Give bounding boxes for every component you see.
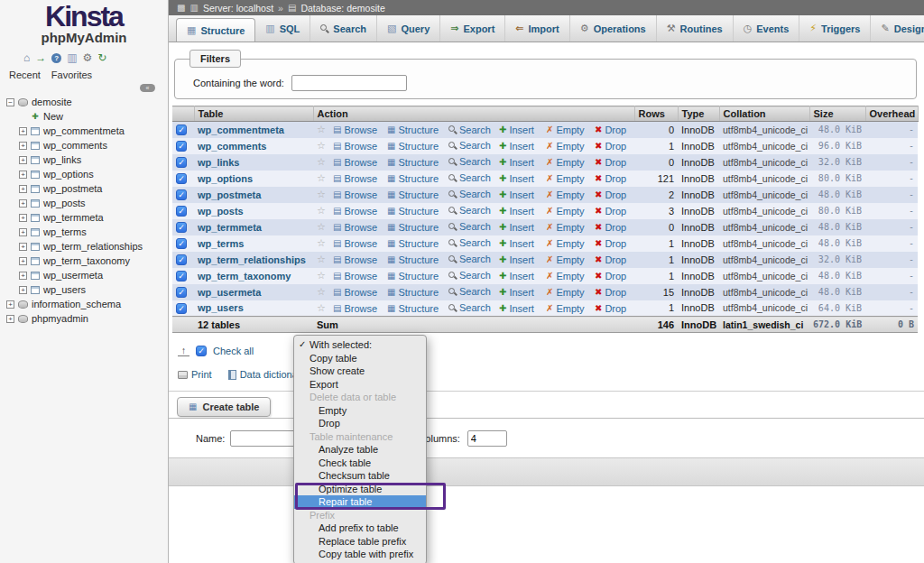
table-name-link[interactable]: wp_users <box>198 302 244 313</box>
row-checkbox[interactable]: ✓ <box>176 303 187 314</box>
col-header-type[interactable]: Type <box>678 106 719 122</box>
expand-icon[interactable]: + <box>19 243 27 251</box>
tree-item-wp-term-relationships[interactable]: +wp_term_relationships <box>0 239 168 254</box>
row-checkbox[interactable]: ✓ <box>176 254 187 265</box>
action-empty-link[interactable]: ✗Empty <box>546 222 585 233</box>
table-name-link[interactable]: wp_usermeta <box>198 287 261 298</box>
panel-collapse-control[interactable]: « <box>140 84 155 92</box>
breadcrumb-server[interactable]: Server: localhost <box>203 3 273 14</box>
columns-count-input[interactable] <box>467 430 507 447</box>
book-icon[interactable]: ▥ <box>67 52 77 63</box>
action-search-link[interactable]: Search <box>448 286 491 297</box>
action-drop-link[interactable]: ✖Drop <box>595 206 626 217</box>
row-checkbox[interactable]: ✓ <box>176 287 187 298</box>
table-name-link[interactable]: wp_options <box>198 173 253 184</box>
action-drop-link[interactable]: ✖Drop <box>595 222 626 233</box>
action-drop-link[interactable]: ✖Drop <box>595 125 626 135</box>
action-drop-link[interactable]: ✖Drop <box>595 254 626 265</box>
tab-designer[interactable]: ✎Designer <box>871 15 924 42</box>
expand-icon[interactable]: + <box>19 142 27 150</box>
tree-item-wp-usermeta[interactable]: +wp_usermeta <box>0 268 168 282</box>
row-checkbox[interactable]: ✓ <box>176 125 187 135</box>
favorite-star-icon[interactable]: ☆ <box>317 270 326 281</box>
action-search-link[interactable]: Search <box>448 140 491 151</box>
action-browse-link[interactable]: ▤Browse <box>333 173 377 184</box>
action-drop-link[interactable]: ✖Drop <box>595 189 626 200</box>
action-search-link[interactable]: Search <box>448 156 491 167</box>
menu-item-check-table[interactable]: Check table <box>294 457 426 470</box>
action-empty-link[interactable]: ✗Empty <box>546 157 585 168</box>
action-empty-link[interactable]: ✗Empty <box>546 303 585 314</box>
action-insert-link[interactable]: ✚Insert <box>499 157 534 168</box>
table-name-link[interactable]: wp_term_relationships <box>198 254 306 265</box>
tab-triggers[interactable]: ⚡Triggers <box>799 15 871 42</box>
action-browse-link[interactable]: ▤Browse <box>333 303 377 314</box>
favorite-star-icon[interactable]: ☆ <box>317 140 326 151</box>
tree-item-wp-posts[interactable]: +wp_posts <box>0 196 168 210</box>
col-header-table[interactable]: Table <box>194 106 313 122</box>
action-structure-link[interactable]: ▦Structure <box>387 189 439 200</box>
print-link[interactable]: Print <box>178 369 212 380</box>
containing-word-input[interactable] <box>291 75 407 91</box>
action-insert-link[interactable]: ✚Insert <box>499 271 534 282</box>
expand-icon[interactable]: + <box>19 214 27 222</box>
tree-item-wp-postmeta[interactable]: +wp_postmeta <box>0 181 168 196</box>
expand-icon[interactable]: + <box>19 286 27 294</box>
action-empty-link[interactable]: ✗Empty <box>546 254 585 265</box>
tree-item-wp-termmeta[interactable]: +wp_termmeta <box>0 210 168 225</box>
console-icon[interactable]: ▩ <box>177 3 185 13</box>
action-empty-link[interactable]: ✗Empty <box>546 189 585 200</box>
tree-item-demosite[interactable]: −demosite <box>0 95 168 109</box>
table-name-link[interactable]: wp_links <box>198 157 239 168</box>
favorite-star-icon[interactable]: ☆ <box>317 221 326 232</box>
create-table-button[interactable]: ▦ Create table <box>177 397 271 417</box>
action-structure-link[interactable]: ▦Structure <box>387 303 439 314</box>
menu-item-add-prefix-to-table[interactable]: Add prefix to table <box>294 521 426 535</box>
tab-query[interactable]: ▧Query <box>377 15 440 42</box>
action-drop-link[interactable]: ✖Drop <box>595 238 626 249</box>
tree-item-wp-term-taxonomy[interactable]: +wp_term_taxonomy <box>0 254 168 268</box>
tree-item-wp-options[interactable]: +wp_options <box>0 167 168 181</box>
menu-item-show-create[interactable]: Show create <box>294 365 426 378</box>
expand-icon[interactable]: + <box>19 171 27 179</box>
tree-item-wp-users[interactable]: +wp_users <box>0 282 168 297</box>
collapse-icon[interactable]: − <box>6 98 14 106</box>
action-insert-link[interactable]: ✚Insert <box>499 189 534 200</box>
action-browse-link[interactable]: ▤Browse <box>333 189 377 200</box>
check-all-checkbox[interactable]: ✓ <box>196 346 207 356</box>
expand-icon[interactable]: + <box>19 199 27 208</box>
action-search-link[interactable]: Search <box>448 254 491 264</box>
tree-item-phpmyadmin[interactable]: +phpmyadmin <box>0 311 168 326</box>
menu-item-with-selected[interactable]: ✓With selected: <box>294 338 426 352</box>
action-empty-link[interactable]: ✗Empty <box>546 125 585 135</box>
tab-search[interactable]: Search <box>310 15 377 42</box>
action-drop-link[interactable]: ✖Drop <box>595 287 626 298</box>
expand-icon[interactable]: + <box>19 257 27 265</box>
action-drop-link[interactable]: ✖Drop <box>595 271 626 282</box>
menu-item-drop[interactable]: Drop <box>294 417 426 430</box>
table-name-link[interactable]: wp_termmeta <box>198 222 262 233</box>
action-search-link[interactable]: Search <box>448 221 491 232</box>
action-empty-link[interactable]: ✗Empty <box>546 206 585 217</box>
action-insert-link[interactable]: ✚Insert <box>499 287 534 298</box>
action-search-link[interactable]: Search <box>448 270 491 281</box>
action-browse-link[interactable]: ▤Browse <box>333 206 377 217</box>
favorite-star-icon[interactable]: ☆ <box>317 124 326 134</box>
menu-item-optimize-table[interactable]: Optimize table <box>294 483 426 496</box>
action-browse-link[interactable]: ▤Browse <box>333 125 377 135</box>
favorite-star-icon[interactable]: ☆ <box>317 172 326 183</box>
action-structure-link[interactable]: ▦Structure <box>387 254 439 265</box>
favorites-link[interactable]: Favorites <box>51 69 92 80</box>
action-structure-link[interactable]: ▦Structure <box>387 238 439 249</box>
action-search-link[interactable]: Search <box>448 125 491 135</box>
action-structure-link[interactable]: ▦Structure <box>387 271 439 282</box>
row-checkbox[interactable]: ✓ <box>176 271 187 282</box>
favorite-star-icon[interactable]: ☆ <box>317 237 326 248</box>
action-search-link[interactable]: Search <box>448 237 491 248</box>
menu-item-export[interactable]: Export <box>294 378 426 392</box>
expand-icon[interactable]: + <box>19 272 27 280</box>
action-insert-link[interactable]: ✚Insert <box>499 303 534 314</box>
logout-icon[interactable]: → <box>35 52 46 63</box>
settings-icon[interactable]: ⚙ <box>83 52 93 63</box>
expand-icon[interactable]: + <box>19 228 27 236</box>
